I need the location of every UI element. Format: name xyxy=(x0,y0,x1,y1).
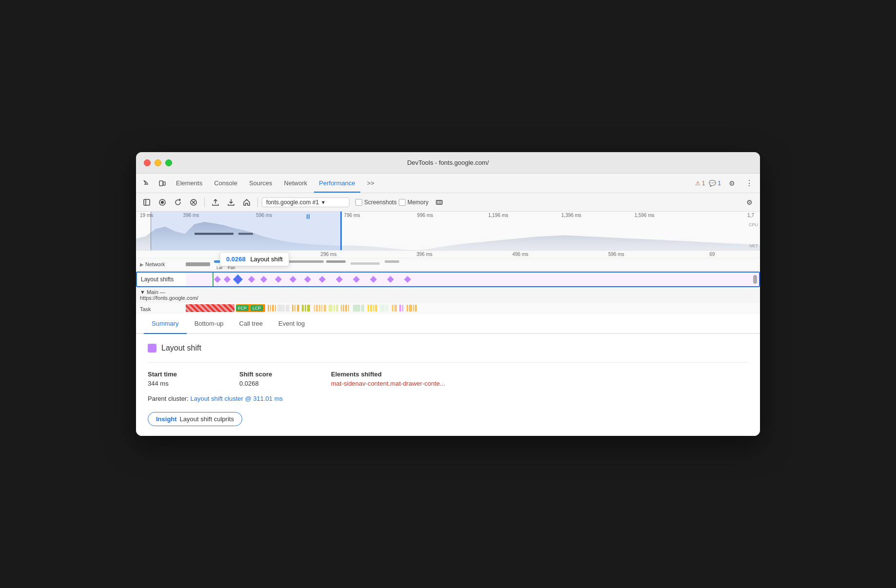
tab-network[interactable]: Network xyxy=(279,177,312,189)
tab-bottom-up[interactable]: Bottom-up xyxy=(187,314,232,333)
svg-rect-23 xyxy=(297,305,299,312)
diamond-7[interactable] xyxy=(304,276,311,283)
diamond-12[interactable] xyxy=(387,276,394,283)
tab-console[interactable]: Console xyxy=(209,177,242,189)
parent-cluster-label: Parent cluster: xyxy=(148,395,189,402)
diamond-13[interactable] xyxy=(404,276,411,283)
parent-cluster-link[interactable]: Layout shift cluster @ 311.01 ms xyxy=(190,395,283,402)
settings-icon[interactable]: ⚙ xyxy=(725,176,739,190)
comment-badge[interactable]: 💬 1 xyxy=(709,180,721,187)
svg-rect-34 xyxy=(336,305,338,312)
task-label: Task xyxy=(136,305,185,313)
detail-timeline: 196 ms 296 ms 396 ms 496 ms 596 ms 69 ▶ … xyxy=(136,251,760,314)
diamond-6[interactable] xyxy=(290,276,296,283)
download-icon[interactable] xyxy=(224,196,238,209)
nav-badges: ⚠ 1 💬 1 ⚙ ⋮ xyxy=(695,176,756,190)
svg-rect-46 xyxy=(386,305,388,312)
svg-rect-29 xyxy=(319,305,320,312)
warning-icon: ⚠ xyxy=(695,180,701,187)
overview-timeline[interactable]: 19 ms 396 ms 596 ms ⏸ 796 ms 996 ms 1,19… xyxy=(136,212,760,251)
insight-button[interactable]: Insight Layout shift culprits xyxy=(148,412,242,426)
layout-shifts-track[interactable]: Layout shifts xyxy=(136,272,760,287)
performance-settings-icon[interactable]: ⚙ xyxy=(742,196,756,209)
layout-shifts-content[interactable]: 0.0268 Layout shift xyxy=(186,273,759,286)
svg-rect-40 xyxy=(361,305,364,312)
warning-badge[interactable]: ⚠ 1 xyxy=(695,180,705,187)
detail-time-496: 496 ms xyxy=(472,252,568,257)
top-nav: Elements Console Sources Network Perform… xyxy=(136,174,760,193)
cpu-chart xyxy=(136,219,760,250)
svg-rect-19 xyxy=(277,305,285,312)
svg-rect-14 xyxy=(238,233,253,235)
diamond-4[interactable] xyxy=(260,276,267,283)
elements-header: Elements shifted xyxy=(331,371,748,378)
more-tabs-button[interactable]: >> xyxy=(362,177,379,189)
more-options-icon[interactable]: ⋮ xyxy=(742,177,756,189)
layout-shift-marker-line xyxy=(213,273,214,286)
net-label: NET xyxy=(749,243,758,248)
reload-icon[interactable] xyxy=(171,196,185,209)
svg-rect-39 xyxy=(353,305,360,312)
svg-rect-45 xyxy=(380,305,385,312)
svg-point-5 xyxy=(161,201,164,204)
tab-summary[interactable]: Summary xyxy=(144,314,187,333)
tab-sources[interactable]: Sources xyxy=(244,177,277,189)
maximize-button[interactable] xyxy=(165,159,172,166)
sidebar-toggle-icon[interactable] xyxy=(140,196,154,209)
shift-score-header: Shift score xyxy=(239,371,327,378)
elements-column: Elements shifted mat-sidenav-content.mat… xyxy=(331,371,748,387)
diamond-8[interactable] xyxy=(319,276,326,283)
insight-text: Layout shift culprits xyxy=(180,415,234,423)
svg-rect-25 xyxy=(305,305,306,312)
detail-time-69: 69 xyxy=(664,252,760,257)
svg-rect-35 xyxy=(341,305,342,312)
detail-time-396: 396 ms xyxy=(376,252,472,257)
memory-checkbox[interactable] xyxy=(399,199,406,206)
detail-time-596: 596 ms xyxy=(568,252,664,257)
svg-rect-31 xyxy=(324,305,326,312)
dropdown-arrow-icon: ▾ xyxy=(322,199,325,206)
timeline-scrollbar[interactable] xyxy=(753,275,757,284)
svg-rect-38 xyxy=(348,305,349,312)
diamond-2[interactable] xyxy=(224,276,231,283)
svg-rect-47 xyxy=(392,305,393,312)
tab-performance[interactable]: Performance xyxy=(314,177,360,189)
close-button[interactable] xyxy=(144,159,151,166)
svg-rect-21 xyxy=(292,305,293,312)
tab-call-tree[interactable]: Call tree xyxy=(232,314,271,333)
svg-rect-28 xyxy=(316,305,318,312)
diamond-10[interactable] xyxy=(353,276,360,283)
elements-value[interactable]: mat-sidenav-content.mat-drawer-conte... xyxy=(331,380,748,387)
minimize-button[interactable] xyxy=(155,159,161,166)
svg-rect-49 xyxy=(399,305,401,312)
tooltip-score: 0.0268 xyxy=(226,255,246,263)
cpu-label: CPU xyxy=(749,222,758,227)
svg-rect-16 xyxy=(270,305,271,312)
layout-shifts-label: Layout shifts xyxy=(137,275,186,284)
diamond-1[interactable] xyxy=(214,276,221,283)
inspect-element-icon[interactable] xyxy=(140,176,154,190)
svg-rect-48 xyxy=(394,305,397,312)
upload-icon[interactable] xyxy=(209,196,222,209)
home-icon[interactable] xyxy=(240,196,253,209)
record-icon[interactable] xyxy=(156,196,169,209)
comment-icon: 💬 xyxy=(709,180,716,187)
diamond-11[interactable] xyxy=(370,276,377,283)
diamond-selected[interactable] xyxy=(233,274,243,284)
layout-shift-tooltip: 0.0268 Layout shift xyxy=(220,252,289,266)
tab-elements[interactable]: Elements xyxy=(171,177,207,189)
svg-rect-50 xyxy=(402,305,403,312)
summary-columns: Start time 344 ms Shift score 0.0268 Ele… xyxy=(148,371,748,387)
toolbar-divider xyxy=(204,197,205,207)
memory-icon[interactable] xyxy=(432,196,446,209)
tab-event-log[interactable]: Event log xyxy=(271,314,312,333)
clear-icon[interactable] xyxy=(187,196,200,209)
svg-rect-20 xyxy=(286,305,290,312)
diamond-9[interactable] xyxy=(336,276,343,283)
parent-cluster-row: Parent cluster: Layout shift cluster @ 3… xyxy=(148,395,748,402)
screenshots-checkbox[interactable] xyxy=(355,199,362,206)
diamond-5[interactable] xyxy=(275,276,282,283)
device-toolbar-icon[interactable] xyxy=(156,176,169,190)
url-selector[interactable]: fonts.google.com #1 ▾ xyxy=(262,197,350,207)
diamond-3[interactable] xyxy=(248,276,255,283)
